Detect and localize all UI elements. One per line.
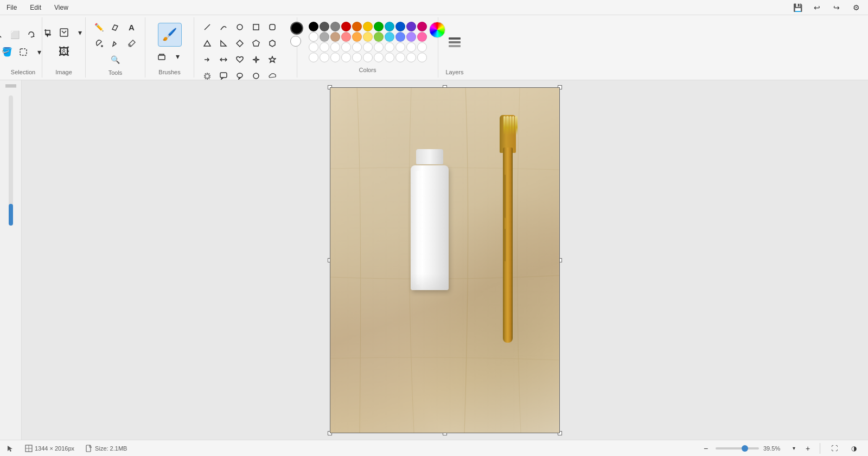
background-color[interactable] [290, 36, 301, 47]
rtriangle-tool[interactable] [216, 36, 231, 51]
color-light-red[interactable] [341, 32, 351, 42]
menu-edit[interactable]: Edit [28, 3, 43, 12]
color-f10[interactable] [406, 53, 416, 62]
heart-tool[interactable] [232, 52, 247, 67]
color-f9[interactable] [395, 53, 405, 62]
layers-button[interactable] [444, 30, 465, 57]
undo-button[interactable]: ↩ [809, 0, 825, 15]
brush-erase[interactable] [154, 49, 169, 64]
color-e11[interactable] [417, 42, 427, 52]
hexagon-tool[interactable] [265, 36, 280, 51]
color-f4[interactable] [341, 53, 351, 62]
arrow-tool[interactable] [200, 52, 215, 67]
color-light-orange[interactable] [352, 32, 362, 42]
canvas-image [330, 87, 560, 433]
ellipse-tool[interactable] [232, 20, 247, 35]
image-large[interactable]: 🖼 [50, 42, 78, 62]
color-light-cyan[interactable] [385, 32, 394, 42]
color-f7[interactable] [374, 53, 384, 62]
zoom-slider[interactable] [716, 447, 759, 449]
triangle-tool[interactable] [200, 36, 215, 51]
color-green[interactable] [374, 22, 384, 31]
color-e3[interactable] [330, 42, 340, 52]
brush-dropdown[interactable]: ▾ [170, 49, 186, 64]
color-f11[interactable] [417, 53, 427, 62]
cursor-tool[interactable]: ↖ [0, 27, 7, 42]
fit-screen-button[interactable]: ⛶ [827, 441, 842, 456]
diamond-tool[interactable] [232, 36, 247, 51]
eraser-tool[interactable] [108, 20, 123, 35]
select2-tool[interactable] [16, 44, 31, 60]
redo-button[interactable]: ↪ [829, 0, 844, 15]
color-e10[interactable] [406, 42, 416, 52]
color-light-gray[interactable] [320, 32, 329, 42]
color-e7[interactable] [374, 42, 384, 52]
pencil-tool[interactable]: ✏️ [92, 20, 107, 35]
color-tan[interactable] [330, 32, 340, 42]
star4-tool[interactable] [248, 52, 264, 67]
star-tool[interactable] [265, 52, 280, 67]
menu-bar: File Edit View 💾 ↩ ↪ ⚙ [0, 0, 868, 15]
line-tool[interactable] [200, 20, 215, 35]
zoom-out-button[interactable]: − [700, 443, 711, 454]
vertical-scrollbar[interactable] [9, 95, 13, 226]
status-right: − 39.5% ▾ + ⛶ ◑ [700, 441, 861, 456]
color-e1[interactable] [309, 42, 318, 52]
color-yellow[interactable] [363, 22, 373, 31]
pentagon-tool[interactable] [248, 36, 264, 51]
color-f5[interactable] [352, 53, 362, 62]
color-light-blue[interactable] [395, 32, 405, 42]
color-light-green[interactable] [374, 32, 384, 42]
color-e8[interactable] [385, 42, 394, 52]
color-pink[interactable] [417, 22, 427, 31]
settings-button[interactable]: ⚙ [848, 0, 864, 15]
paint-bucket-tool[interactable] [92, 36, 107, 51]
zoom-in-button[interactable]: + [802, 443, 813, 454]
zoom-tool[interactable]: 🔍 [108, 52, 123, 67]
color-e9[interactable] [395, 42, 405, 52]
curve-tool[interactable] [216, 20, 231, 35]
color-e4[interactable] [341, 42, 351, 52]
color-light-purple[interactable] [406, 32, 416, 42]
color-light-pink[interactable] [417, 32, 427, 42]
fill-color-tool[interactable] [108, 36, 123, 51]
color-e2[interactable] [320, 42, 329, 52]
menu-view[interactable]: View [52, 3, 71, 12]
color-f1[interactable] [309, 53, 318, 62]
color-purple[interactable] [406, 22, 416, 31]
color-black[interactable] [309, 22, 318, 31]
color-e5[interactable] [352, 42, 362, 52]
color-red[interactable] [341, 22, 351, 31]
lasso-tool[interactable] [24, 27, 39, 42]
color-gray[interactable] [330, 22, 340, 31]
zoom-thumb[interactable] [742, 445, 748, 452]
color-cyan[interactable] [385, 22, 394, 31]
image-adjust[interactable] [56, 25, 72, 40]
rrect-tool[interactable] [265, 20, 280, 35]
menu-file[interactable]: File [4, 3, 19, 12]
color-f3[interactable] [330, 53, 340, 62]
color-white[interactable] [309, 32, 318, 42]
scrollbar-thumb[interactable] [9, 204, 13, 226]
color-f2[interactable] [320, 53, 329, 62]
color-light-yellow[interactable] [363, 32, 373, 42]
color-f6[interactable] [363, 53, 373, 62]
zoom-dropdown[interactable]: ▾ [789, 443, 798, 454]
rect-tool[interactable] [248, 20, 264, 35]
color-blue[interactable] [395, 22, 405, 31]
dark-mode-button[interactable]: ◑ [846, 441, 861, 456]
colors-row-3 [309, 42, 427, 52]
color-orange[interactable] [352, 22, 362, 31]
dblarrow-tool[interactable] [216, 52, 231, 67]
rect-select-tool[interactable]: ⬜ [8, 27, 23, 42]
color-e6[interactable] [363, 42, 373, 52]
save-button[interactable]: 💾 [790, 0, 805, 15]
crop-tool[interactable] [40, 25, 55, 40]
color-dark-gray[interactable] [320, 22, 329, 31]
foreground-color[interactable] [290, 22, 303, 35]
text-tool[interactable]: A [124, 20, 139, 35]
brush-main[interactable]: 🖌️ [158, 23, 182, 47]
color-f8[interactable] [385, 53, 394, 62]
eyedropper-tool[interactable] [124, 36, 139, 51]
fill-tool[interactable]: 🪣 [0, 44, 15, 60]
